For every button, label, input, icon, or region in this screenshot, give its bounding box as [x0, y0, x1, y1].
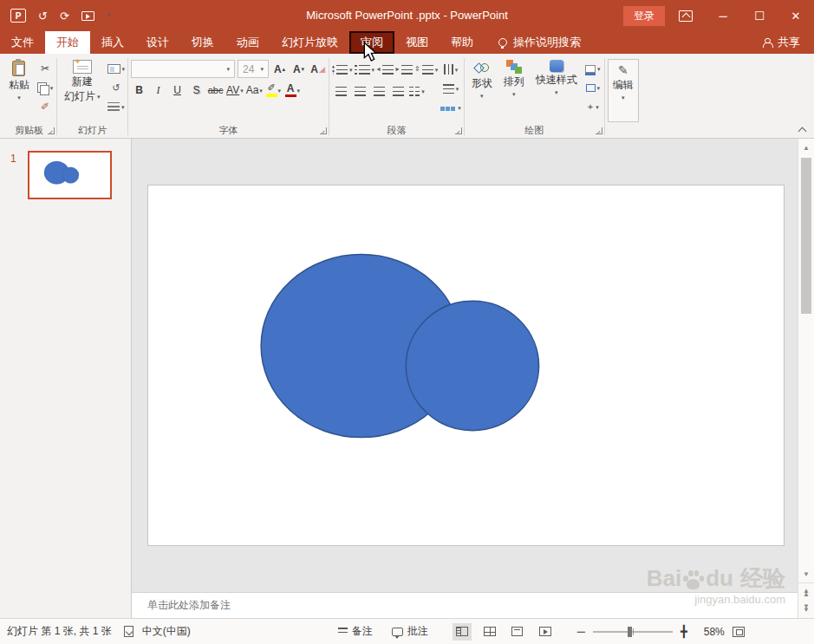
slide-shapes[interactable]: [148, 185, 784, 545]
tab-design[interactable]: 设计: [135, 31, 180, 54]
text-highlight-color-button[interactable]: ✐ ▾: [265, 81, 282, 99]
tab-slideshow[interactable]: 幻灯片放映: [270, 31, 349, 54]
start-slideshow-icon[interactable]: [81, 11, 94, 21]
slide-canvas[interactable]: [132, 139, 798, 592]
slide-thumbnail[interactable]: [28, 151, 112, 199]
chevron-down-icon: ▾: [596, 104, 599, 110]
redo-icon[interactable]: ⟳: [60, 10, 69, 22]
person-icon: [762, 38, 772, 48]
italic-button[interactable]: I: [150, 81, 166, 99]
columns-button[interactable]: ▾: [408, 82, 426, 100]
font-color-button[interactable]: A ▾: [284, 81, 301, 99]
align-right-button[interactable]: [370, 82, 387, 100]
tab-home[interactable]: 开始: [45, 31, 90, 54]
justify-button[interactable]: [389, 82, 407, 100]
minimize-button[interactable]: ─: [705, 0, 741, 31]
scrollbar-thumb[interactable]: [801, 158, 811, 314]
normal-view-button[interactable]: [453, 623, 472, 641]
bold-button[interactable]: B: [131, 81, 147, 99]
chevron-down-icon: ▾: [480, 93, 484, 99]
align-left-button[interactable]: [332, 82, 349, 100]
quick-styles-button[interactable]: 快速样式 ▾: [531, 56, 582, 122]
decrease-indent-button[interactable]: ◂: [376, 61, 394, 78]
tab-transitions[interactable]: 切换: [180, 31, 225, 54]
collapse-ribbon-icon[interactable]: [798, 126, 805, 133]
arrange-button[interactable]: 排列 ▾: [499, 56, 529, 122]
zoom-slider[interactable]: [593, 631, 673, 633]
clipboard-dialog-launcher-icon[interactable]: [48, 127, 55, 134]
text-shadow-button[interactable]: S: [188, 81, 205, 99]
editing-button[interactable]: ✎ 编辑 ▾: [608, 59, 639, 122]
slide-info[interactable]: 幻灯片 第 1 张, 共 1 张: [7, 624, 112, 639]
copy-button[interactable]: ▾: [36, 79, 54, 96]
quick-access-toolbar-menu-icon[interactable]: ▾: [107, 12, 110, 19]
align-text-button[interactable]: ▾: [440, 80, 461, 97]
tab-animations[interactable]: 动画: [225, 31, 270, 54]
scroll-up-icon[interactable]: ▲: [803, 140, 810, 154]
shape-fill-button[interactable]: ▾: [584, 60, 602, 77]
format-painter-button[interactable]: ✐: [36, 98, 54, 115]
font-dialog-launcher-icon[interactable]: [320, 127, 327, 134]
paste-button[interactable]: 粘贴 ▾: [4, 56, 34, 122]
slide[interactable]: [147, 185, 785, 546]
comments-toggle[interactable]: 批注: [392, 624, 428, 639]
section-button[interactable]: ▾: [107, 98, 126, 115]
maximize-button[interactable]: ☐: [741, 0, 778, 31]
bullets-button[interactable]: ▾: [332, 61, 353, 78]
share-button[interactable]: 共享: [762, 31, 814, 54]
shrink-font-button[interactable]: A▾: [290, 61, 307, 78]
accessibility-check-icon[interactable]: [124, 626, 133, 637]
powerpoint-app-icon: P: [10, 9, 26, 23]
shapes-button[interactable]: 形状 ▾: [467, 56, 497, 122]
chevron-down-icon: ▾: [278, 88, 282, 94]
sign-in-button[interactable]: 登录: [623, 6, 665, 26]
tab-file[interactable]: 文件: [0, 31, 45, 54]
zoom-in-button[interactable]: ╋: [681, 626, 687, 637]
character-spacing-button[interactable]: AV▾: [226, 81, 244, 99]
close-button[interactable]: ✕: [778, 0, 814, 31]
font-name-combo[interactable]: ▾: [131, 60, 235, 78]
align-center-button[interactable]: [351, 82, 368, 100]
zoom-out-button[interactable]: ─: [577, 626, 585, 637]
ribbon-display-options-icon[interactable]: [679, 10, 693, 22]
reading-view-button[interactable]: [508, 623, 527, 641]
previous-slide-button[interactable]: ▲▲: [803, 585, 810, 601]
line-spacing-button[interactable]: ⇕▾: [414, 61, 438, 78]
new-slide-button[interactable]: 新建 幻灯片▾: [60, 56, 105, 122]
layout-button[interactable]: ▾: [107, 60, 126, 77]
chevron-down-icon: ▾: [240, 88, 244, 94]
tell-me-search[interactable]: 操作说明搜索: [498, 31, 581, 54]
scrollbar-track[interactable]: [798, 154, 814, 567]
cut-button[interactable]: ✂: [36, 60, 54, 77]
text-direction-button[interactable]: ▾: [440, 61, 461, 78]
paragraph-dialog-launcher-icon[interactable]: [455, 127, 462, 134]
group-clipboard: 粘贴 ▾ ✂ ▾ ✐ 剪贴板: [2, 55, 56, 138]
scroll-down-icon[interactable]: ▼: [803, 567, 810, 581]
vertical-scrollbar[interactable]: ▲ ▼ ▲▲ ▼▼: [798, 139, 814, 618]
change-case-button[interactable]: Aa▾: [246, 81, 263, 99]
fit-slide-to-window-icon[interactable]: [733, 627, 745, 637]
slideshow-view-button[interactable]: [536, 623, 555, 641]
zoom-slider-handle[interactable]: [628, 627, 632, 637]
grow-font-button[interactable]: A▴: [271, 61, 288, 78]
tab-help[interactable]: 帮助: [440, 31, 485, 54]
shape-effects-button[interactable]: ✦▾: [584, 98, 602, 115]
reset-button[interactable]: ↺: [107, 79, 126, 96]
next-slide-button[interactable]: ▼▼: [803, 601, 810, 616]
notes-toggle[interactable]: 备注: [338, 624, 373, 639]
clear-formatting-button[interactable]: A◢: [309, 61, 326, 78]
font-size-combo[interactable]: 24▾: [238, 60, 269, 78]
language-indicator[interactable]: 中文(中国): [142, 624, 191, 639]
strikethrough-button[interactable]: abc: [207, 81, 224, 99]
underline-button[interactable]: U: [169, 81, 186, 99]
convert-smartart-button[interactable]: ▾: [440, 99, 461, 116]
tab-view[interactable]: 视图: [394, 31, 440, 54]
slide-sorter-view-button[interactable]: [480, 623, 499, 641]
shape-outline-button[interactable]: ▾: [584, 79, 602, 96]
chevron-down-icon: ▾: [297, 88, 301, 94]
tab-insert[interactable]: 插入: [90, 31, 135, 54]
undo-icon[interactable]: ↺: [38, 10, 48, 22]
drawing-dialog-launcher-icon[interactable]: [596, 127, 602, 134]
increase-indent-button[interactable]: ▸: [395, 61, 413, 78]
zoom-level[interactable]: 58%: [695, 626, 725, 638]
